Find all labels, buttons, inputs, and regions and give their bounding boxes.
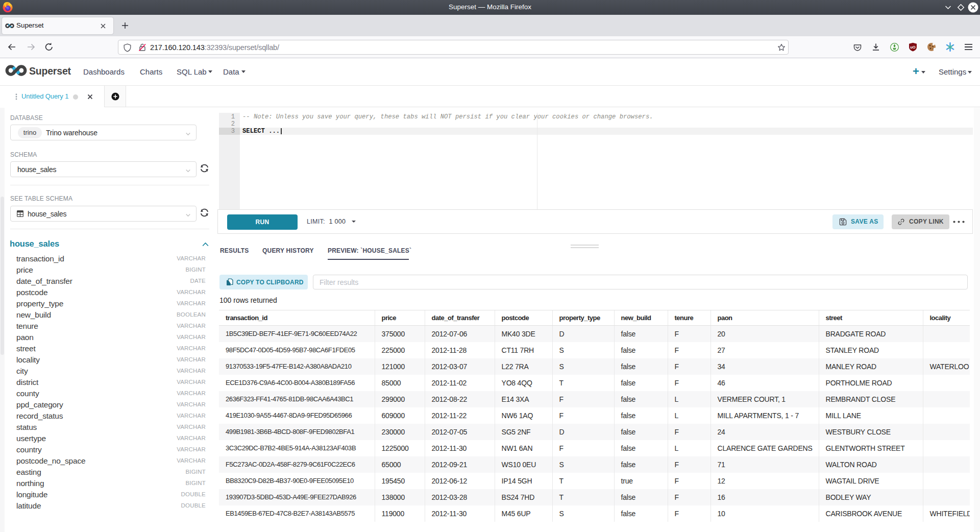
svg-text:uO: uO [910, 45, 916, 50]
